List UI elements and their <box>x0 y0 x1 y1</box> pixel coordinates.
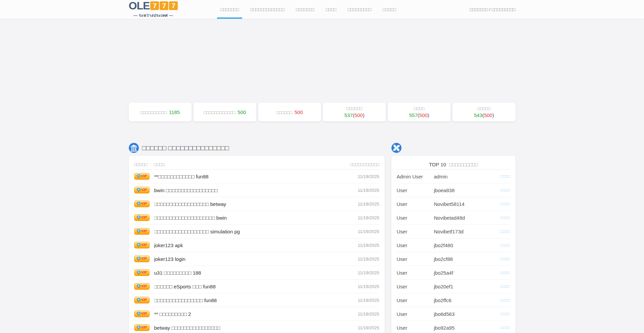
topic-title-link[interactable]: bwin □□□□□□□□□□□□□□□□□ <box>154 187 358 193</box>
topic-title-link[interactable]: □□□□□□□□□□□□□□□□□□□□ bwin <box>154 215 358 221</box>
vip-badge-icon: VIP <box>134 269 150 276</box>
vip-label: VIP <box>141 284 147 288</box>
stat-card: □□□□□ 543(500) <box>452 103 515 121</box>
table-row: VIP □□□□□□□□□□□□□□□□□□ betway 11/19/2025 <box>134 197 379 211</box>
vip-badge-icon: VIP <box>134 324 150 331</box>
user-view-link[interactable]: □□□□ <box>500 312 510 316</box>
table-row: VIP joker123 login 11/19/2025 <box>134 252 379 266</box>
topic-title-link[interactable]: **□□□□□□□□□□□□ fun88 <box>154 174 358 179</box>
top-navbar: OLE 7 7 7 — ระหว่างประเทศ — □□□□□□□ □□□□… <box>0 0 644 19</box>
column-header-title: □□□□ <box>154 162 351 167</box>
stat-label: □□□□□□ <box>346 106 362 111</box>
user-view-link[interactable]: □□□□ <box>500 229 510 234</box>
top10-subtitle: □□□□□□□□□□ <box>449 162 478 167</box>
topic-title-link[interactable]: □□□□□□□□□□□□□□□□□□ simulation pg <box>154 229 358 234</box>
topic-date: 11/19/2025 <box>358 215 379 220</box>
topic-title-link[interactable]: □□□□□□ eSports □□□ fun88 <box>154 284 358 289</box>
vip-diamond-icon <box>137 202 141 206</box>
stat-label: □□□□□□□□□□□□ <box>204 110 235 115</box>
user-role: Admin User <box>397 174 434 179</box>
paren: ) <box>492 112 494 118</box>
topic-title-link[interactable]: □□□□□□□□□□□□□□□□□□ betway <box>154 201 358 207</box>
vip-diamond-icon <box>137 325 141 330</box>
site-logo[interactable]: OLE 7 7 7 — ระหว่างประเทศ — <box>129 0 178 18</box>
column-header-date: □□□□□□□□□□□ <box>350 162 379 167</box>
stat-value: 543 <box>474 112 482 118</box>
vip-label: VIP <box>141 188 147 192</box>
nav-item[interactable]: □□□□□□□□□□□□□ <box>245 0 290 19</box>
paren: ) <box>363 112 365 118</box>
topic-title-link[interactable]: u31 □□□□□□□□□ 188 <box>154 270 358 276</box>
topic-title-link[interactable]: ** □□□□□□□□□ 2 <box>154 311 358 317</box>
user-view-link[interactable]: □□□□ <box>500 257 510 261</box>
table-row: VIP □□□□□□□□□□□□□□□□□□ simulation pg 11/… <box>134 225 379 238</box>
topic-title-link[interactable]: □□□□□□□□□□□□□□□□ fun88 <box>154 297 358 303</box>
nav-item-label: □□□□□□□ <box>296 7 314 12</box>
vip-label: VIP <box>141 229 147 233</box>
stat-label: □□□□□□□□□□ <box>140 110 167 115</box>
user-row: User Novibetf173d □□□□ <box>397 225 510 238</box>
vip-diamond-icon <box>137 270 141 275</box>
stat-label: □□□□□ <box>477 106 490 111</box>
pinwheel-icon <box>391 143 401 153</box>
stat-card: □□□□□□ 500 <box>258 103 321 121</box>
logo-seven-block: 7 <box>160 1 168 10</box>
user-view-link[interactable]: □□□□ <box>500 298 510 302</box>
nav-item[interactable]: □□□□ <box>320 0 342 19</box>
top10-section-header <box>391 143 516 153</box>
user-role: User <box>397 284 434 289</box>
user-view-link[interactable]: □□□□ <box>500 174 510 179</box>
user-view-link[interactable]: □□□□ <box>500 270 510 275</box>
vip-label: VIP <box>141 243 147 247</box>
user-role: User <box>397 297 434 303</box>
user-view-link[interactable]: □□□□ <box>500 202 510 206</box>
logo-subtitle: — ระหว่างประเทศ — <box>129 12 178 18</box>
nav-item-label: □□□□□□□□□ <box>348 7 372 12</box>
username: jbo25a4f <box>434 270 500 276</box>
login-register-link[interactable]: □□□□□□□ / □□□□□□□□□ <box>470 7 515 12</box>
user-view-link[interactable]: □□□□ <box>500 325 510 330</box>
top10-panel: TOP 10 □□□□□□□□□□ Admin User admin □□□□ … <box>391 156 516 333</box>
logo-text: OLE <box>129 0 150 11</box>
topic-title-link[interactable]: betway □□□□□□□□□□□□□□□□ <box>154 325 358 331</box>
nav-item[interactable]: □□□□□□□ <box>215 0 245 19</box>
vip-badge-icon: VIP <box>134 201 150 207</box>
nav-item[interactable]: □□□□□□□ <box>290 0 320 19</box>
stat-label: □□□□□□ <box>276 110 292 115</box>
user-view-link[interactable]: □□□□ <box>500 243 510 247</box>
user-row: User jbo20ef1 □□□□ <box>397 280 510 293</box>
vip-diamond-icon <box>137 229 141 233</box>
topic-title-link[interactable]: joker123 login <box>154 256 358 262</box>
top10-title: TOP 10 <box>429 162 446 167</box>
stat-label: □□□□ <box>414 106 424 111</box>
topic-date: 11/19/2025 <box>358 298 379 303</box>
topic-title-link[interactable]: joker123 apk <box>154 242 358 248</box>
user-row: User jbo6d563 □□□□ <box>397 307 510 321</box>
user-view-link[interactable]: □□□□ <box>500 215 510 220</box>
topics-list: VIP **□□□□□□□□□□□□ fun88 11/19/2025 <box>134 170 379 333</box>
table-row: VIP □□□□□□□□□□□□□□□□ fun88 11/19/2025 <box>134 293 379 307</box>
logo-seven-block: 7 <box>169 1 178 10</box>
vip-diamond-icon <box>137 312 141 316</box>
user-role: User <box>397 229 434 234</box>
nav-item[interactable]: □□□□□□□□□ <box>342 0 377 19</box>
vip-badge-icon: VIP <box>134 214 150 221</box>
vip-label: VIP <box>141 271 147 274</box>
stat-secondary-value: 500 <box>355 112 363 118</box>
username: jboea838 <box>434 187 500 193</box>
stat-card: □□□□□□□□□□ 1185 <box>129 103 192 121</box>
user-row: User Novibetad48d □□□□ <box>397 211 510 225</box>
nav-item[interactable]: □□□□□ <box>377 0 401 19</box>
username: jbo2cf88 <box>434 256 500 262</box>
table-row: VIP ** □□□□□□□□□ 2 11/19/2025 <box>134 307 379 321</box>
user-role: User <box>397 201 434 207</box>
vip-label: VIP <box>141 216 147 219</box>
vip-badge-icon: VIP <box>134 242 150 248</box>
user-view-link[interactable]: □□□□ <box>500 284 510 289</box>
vip-label: VIP <box>141 202 147 206</box>
nav-item-label: □□□□□□□ <box>220 7 239 12</box>
topic-date: 11/19/2025 <box>358 284 379 289</box>
user-view-link[interactable]: □□□□ <box>500 188 510 192</box>
table-row: VIP □□□□□□□□□□□□□□□□□□□□ bwin 11/19/2025 <box>134 211 379 225</box>
topic-date: 11/19/2025 <box>358 257 379 262</box>
